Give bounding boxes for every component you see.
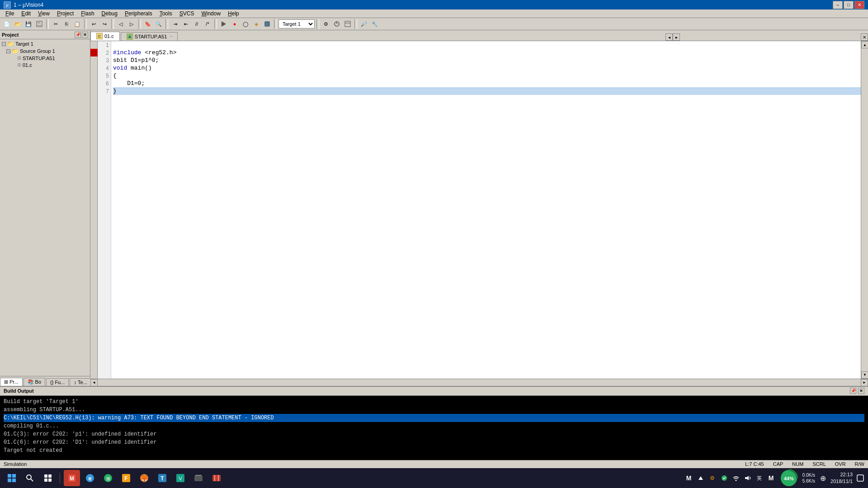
scroll-track[interactable] xyxy=(861,48,868,371)
hscroll-left-btn[interactable]: ◄ xyxy=(90,379,98,386)
code-content[interactable]: #include <reg52.h> sbit D1=p1^0; void ma… xyxy=(111,41,861,378)
build-content[interactable]: Build target 'Target 1' assembling START… xyxy=(0,396,868,460)
panel-close-btn[interactable]: ✕ xyxy=(82,32,88,38)
tb-nav-fwd[interactable]: ▷ xyxy=(127,19,137,29)
code-line-6: D1=0; xyxy=(113,80,861,87)
tab-close-pane[interactable]: ✕ xyxy=(861,33,868,41)
menu-peripherals[interactable]: Peripherals xyxy=(121,9,156,18)
tb-copy[interactable]: ⎘ xyxy=(61,19,71,29)
taskbar-app-8[interactable] xyxy=(190,470,207,486)
hscroll-right-btn[interactable]: ► xyxy=(861,379,868,386)
tb-undo[interactable]: ↩ xyxy=(89,19,99,29)
editor-tab-01c-label: 01.c xyxy=(104,33,114,39)
build-pin-btn[interactable]: 📌 xyxy=(850,388,856,394)
tray-language[interactable]: 英 xyxy=(755,474,764,482)
editor-tab-01c[interactable]: C 01.c xyxy=(90,32,120,41)
menu-edit[interactable]: Edit xyxy=(18,9,34,18)
tb-option1[interactable]: ⚙ xyxy=(321,19,331,29)
tab-books[interactable]: 📚 Bo xyxy=(24,378,45,386)
tb-outdent[interactable]: ⇤ xyxy=(181,19,191,29)
tb-paste[interactable]: 📋 xyxy=(72,19,82,29)
menu-file[interactable]: File xyxy=(2,9,18,18)
tb-nav-back[interactable]: ◁ xyxy=(116,19,126,29)
tree-01c[interactable]: ⊞ 01.c xyxy=(1,61,89,68)
tab-modified-indicator: * xyxy=(170,35,172,39)
tab-templates[interactable]: ↕ Te... xyxy=(70,378,91,386)
tray-add-icon[interactable]: ⊕ xyxy=(819,474,827,482)
tb-indent[interactable]: ⇥ xyxy=(170,19,180,29)
menu-view[interactable]: View xyxy=(34,9,53,18)
taskbar-app-3[interactable]: ⊞ xyxy=(100,470,116,486)
tb-option3[interactable] xyxy=(343,19,353,29)
tray-volume-icon[interactable] xyxy=(744,474,752,482)
taskbar-app-1[interactable]: M xyxy=(64,470,80,486)
taskview-button[interactable] xyxy=(40,470,56,486)
menu-window[interactable]: Window xyxy=(198,9,224,18)
tb-settings[interactable]: 🔧 xyxy=(370,19,380,29)
tb-bookmark[interactable]: 🔖 xyxy=(143,19,153,29)
horiz-scroll[interactable]: ◄ ► xyxy=(90,379,868,386)
hscroll-track[interactable] xyxy=(98,379,861,386)
tb-cut[interactable]: ✂ xyxy=(51,19,61,29)
tray-m-icon-2[interactable]: M xyxy=(767,474,775,482)
tray-show-hidden[interactable] xyxy=(697,474,705,482)
minimize-button[interactable]: – xyxy=(833,1,843,9)
tb-new[interactable]: 📄 xyxy=(2,19,12,29)
tb-magnify[interactable]: 🔎 xyxy=(359,19,369,29)
tb-stop[interactable]: ◯ xyxy=(241,19,250,29)
tray-icon-2[interactable] xyxy=(720,474,728,482)
menu-svcs[interactable]: SVCS xyxy=(176,9,198,18)
tab-scroll-right[interactable]: ▸ xyxy=(673,33,680,41)
scroll-down-btn[interactable]: ▼ xyxy=(861,371,868,379)
taskbar-app-7[interactable]: V xyxy=(172,470,189,486)
menu-tools[interactable]: Tools xyxy=(156,9,176,18)
menu-project[interactable]: Project xyxy=(53,9,77,18)
tb-save[interactable]: 💾 xyxy=(24,19,33,29)
taskbar-app-6[interactable]: T xyxy=(154,470,170,486)
target-dropdown[interactable]: Target 1 xyxy=(278,19,315,28)
build-close-btn[interactable]: ✕ xyxy=(858,388,864,394)
close-button[interactable]: ✕ xyxy=(854,1,864,9)
right-scrollbar[interactable]: ▲ ▼ xyxy=(861,41,868,378)
tab-scroll-left[interactable]: ◂ xyxy=(665,33,673,41)
taskbar-app-9[interactable] xyxy=(208,470,225,486)
tb-comment[interactable]: // xyxy=(192,19,202,29)
taskbar-clock[interactable]: 22:13 2018/11/1 xyxy=(830,471,853,485)
taskbar-app-4[interactable]: F xyxy=(118,470,134,486)
tb-redo[interactable]: ↪ xyxy=(99,19,109,29)
tb-find[interactable]: 🔍 xyxy=(154,19,164,29)
editor-tab-startup[interactable]: A STARTUP.A51 * xyxy=(121,32,178,41)
tab-functions[interactable]: {} Fu... xyxy=(46,378,69,386)
tb-uncomment[interactable]: /* xyxy=(203,19,212,29)
menu-flash[interactable]: Flash xyxy=(77,9,98,18)
taskbar-app-5[interactable]: 🦊 xyxy=(136,470,152,486)
tree-target1[interactable]: − 📁 Target 1 xyxy=(1,40,89,47)
tree-startup-a51[interactable]: ⊞ STARTUP.A51 xyxy=(1,55,89,61)
tb-debug-btn[interactable] xyxy=(262,19,272,29)
maximize-button[interactable]: □ xyxy=(844,1,854,9)
tray-wifi-icon[interactable] xyxy=(732,474,740,482)
tb-build[interactable] xyxy=(219,19,229,29)
status-caps: CAP xyxy=(773,461,783,467)
tb-debug-stop[interactable]: ◈ xyxy=(251,19,261,29)
tb-open[interactable]: 📂 xyxy=(13,19,23,29)
tray-m-icon[interactable]: M xyxy=(685,474,693,482)
tab-project[interactable]: ⊞ Pr... xyxy=(0,378,23,386)
tree-sourcegroup1[interactable]: − 📁 Source Group 1 xyxy=(1,47,89,55)
notification-icon[interactable] xyxy=(856,474,864,482)
menu-debug[interactable]: Debug xyxy=(98,9,121,18)
tb-save-all[interactable] xyxy=(34,19,44,29)
tray-icon-1[interactable]: ⚙ xyxy=(708,474,717,482)
start-button[interactable] xyxy=(4,470,20,486)
tb-debug-run[interactable]: ● xyxy=(230,19,240,29)
tree-startup-label: STARTUP.A51 xyxy=(23,56,55,61)
panel-pin-btn[interactable]: 📌 xyxy=(75,32,81,38)
tb-option2[interactable] xyxy=(332,19,342,29)
progress-indicator[interactable]: 44% xyxy=(779,468,799,488)
taskbar-app-2[interactable]: e xyxy=(82,470,98,486)
search-button[interactable] xyxy=(22,470,38,486)
menu-help[interactable]: Help xyxy=(224,9,243,18)
tree-sourcegroup1-label: Source Group 1 xyxy=(20,48,55,54)
build-line-warning[interactable]: C:\KEIL\C51\INC\REG52.H(13): warning A73… xyxy=(4,414,864,422)
scroll-up-btn[interactable]: ▲ xyxy=(861,41,868,48)
